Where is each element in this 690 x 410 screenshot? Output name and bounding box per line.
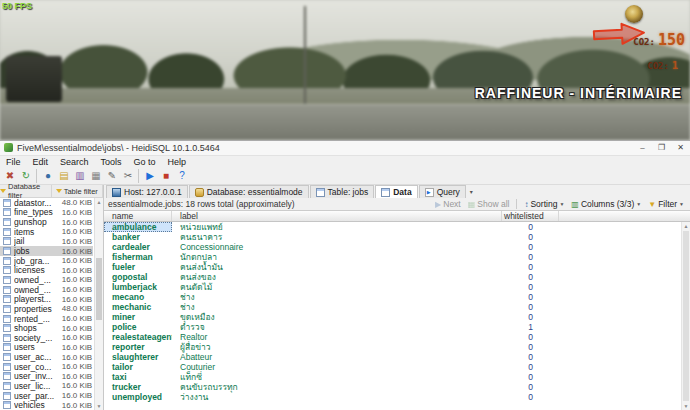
- cell-whitelisted[interactable]: 0: [502, 342, 559, 352]
- close-button[interactable]: ✕: [671, 141, 690, 155]
- scrollbar-thumb[interactable]: [683, 231, 689, 401]
- table-list-item[interactable]: jobs 16.0 KiB: [0, 246, 93, 256]
- table-list-item[interactable]: items 16.0 KiB: [0, 227, 93, 237]
- grid-body[interactable]: ambulance หน่วยแพทย์ 0 banker คนธนาคาร 0: [104, 222, 690, 410]
- sorting-button[interactable]: ↕ Sorting ▼: [524, 199, 564, 209]
- table-list-item[interactable]: user_inv... 16.0 KiB: [0, 372, 93, 382]
- column-header[interactable]: whitelisted: [502, 211, 559, 221]
- cell-whitelisted[interactable]: 0: [502, 352, 559, 362]
- table-list-item[interactable]: user_lic... 16.0 KiB: [0, 381, 93, 391]
- cell-name[interactable]: gopostal: [104, 272, 172, 282]
- menu-item[interactable]: Tools: [95, 157, 128, 167]
- cell-whitelisted[interactable]: 0: [502, 362, 559, 372]
- minimize-button[interactable]: –: [633, 141, 652, 155]
- cell-whitelisted[interactable]: 0: [502, 312, 559, 322]
- cell-whitelisted[interactable]: 0: [502, 222, 559, 232]
- table-list-item[interactable]: user_ac... 16.0 KiB: [0, 352, 93, 362]
- table-list-item[interactable]: fine_types 16.0 KiB: [0, 208, 93, 218]
- cell-name[interactable]: banker: [104, 232, 172, 242]
- cell-name[interactable]: police: [104, 322, 172, 332]
- titlebar[interactable]: FiveM\essentialmode\jobs\ - HeidiSQL 10.…: [0, 141, 690, 156]
- table-list-item[interactable]: jail 16.0 KiB: [0, 237, 93, 247]
- table-list-item[interactable]: society_... 16.0 KiB: [0, 333, 93, 343]
- scroll-up-icon[interactable]: ▲: [95, 198, 103, 206]
- table-list-item[interactable]: playerst... 16.0 KiB: [0, 294, 93, 304]
- table-list-item[interactable]: properties 48.0 KiB: [0, 304, 93, 314]
- cell-whitelisted[interactable]: 0: [502, 252, 559, 262]
- cell-whitelisted[interactable]: 0: [502, 242, 559, 252]
- table-list-item[interactable]: users 16.0 KiB: [0, 343, 93, 353]
- cell-label[interactable]: Abatteur: [172, 352, 502, 362]
- cell-whitelisted[interactable]: 0: [502, 372, 559, 382]
- cell-label[interactable]: ว่างงาน: [172, 390, 502, 404]
- cell-name[interactable]: mechanic: [104, 302, 172, 312]
- table-list-item[interactable]: user_co... 16.0 KiB: [0, 362, 93, 372]
- edit-icon[interactable]: ✎: [105, 169, 119, 183]
- scroll-down-icon[interactable]: ▼: [682, 402, 690, 410]
- tab[interactable]: Data: [375, 185, 417, 198]
- menu-item[interactable]: Help: [162, 157, 193, 167]
- cell-name[interactable]: lumberjack: [104, 282, 172, 292]
- cell-whitelisted[interactable]: 0: [502, 262, 559, 272]
- cell-name[interactable]: taxi: [104, 372, 172, 382]
- cell-name[interactable]: slaughterer: [104, 352, 172, 362]
- sidebar-scrollbar[interactable]: ▲ ▼: [94, 198, 103, 410]
- cell-whitelisted[interactable]: 0: [502, 392, 559, 402]
- scroll-up-icon[interactable]: ▲: [682, 222, 690, 230]
- cell-name[interactable]: ambulance: [104, 222, 172, 232]
- table-list-item[interactable]: owned_... 16.0 KiB: [0, 275, 93, 285]
- tab[interactable]: Query: [419, 185, 466, 198]
- columns-button[interactable]: ▥ Columns (3/3) ▼: [571, 199, 641, 209]
- grid-scrollbar[interactable]: ▲ ▼: [681, 222, 690, 410]
- export-icon[interactable]: ▥: [73, 169, 87, 183]
- table-row[interactable]: reporter ผู้สื่อข่าว 0: [104, 342, 690, 352]
- database-icon[interactable]: ▤: [57, 169, 71, 183]
- cell-name[interactable]: miner: [104, 312, 172, 322]
- cell-whitelisted[interactable]: 0: [502, 282, 559, 292]
- table-list-item[interactable]: user_par... 16.0 KiB: [0, 391, 93, 401]
- cell-name[interactable]: realestateagent: [104, 332, 172, 342]
- table-list-item[interactable]: vehicles 16.0 KiB: [0, 400, 93, 410]
- filter-tab[interactable]: Database filter: [0, 185, 52, 197]
- table-row[interactable]: unemployed ว่างงาน 0: [104, 392, 690, 402]
- table-list-item[interactable]: licenses 16.0 KiB: [0, 265, 93, 275]
- execute-icon[interactable]: ▶: [143, 169, 157, 183]
- table-list-item[interactable]: rented_... 16.0 KiB: [0, 314, 93, 324]
- cell-whitelisted[interactable]: 0: [502, 292, 559, 302]
- tab-overflow-dropdown-icon[interactable]: ▾: [467, 188, 476, 195]
- cell-whitelisted[interactable]: 1: [502, 322, 559, 332]
- menu-item[interactable]: Go to: [128, 157, 162, 167]
- table-list-item[interactable]: gunshop 16.0 KiB: [0, 217, 93, 227]
- column-header[interactable]: name: [104, 211, 172, 221]
- cell-whitelisted[interactable]: 0: [502, 332, 559, 342]
- cell-whitelisted[interactable]: 0: [502, 382, 559, 392]
- cut-icon[interactable]: ✂: [121, 169, 135, 183]
- menu-item[interactable]: File: [0, 157, 27, 167]
- print-icon[interactable]: ▦: [89, 169, 103, 183]
- tab[interactable]: Database: essentialmode: [189, 185, 309, 198]
- cell-whitelisted[interactable]: 0: [502, 302, 559, 312]
- tab[interactable]: Table: jobs: [310, 185, 375, 198]
- table-row[interactable]: banker คนธนาคาร 0: [104, 232, 690, 242]
- table-row[interactable]: slaughterer Abatteur 0: [104, 352, 690, 362]
- cell-name[interactable]: tailor: [104, 362, 172, 372]
- table-list-item[interactable]: job_gra... 16.0 KiB: [0, 256, 93, 266]
- table-list-item[interactable]: shops 16.0 KiB: [0, 323, 93, 333]
- cell-name[interactable]: mecano: [104, 292, 172, 302]
- table-list-item[interactable]: owned_... 16.0 KiB: [0, 285, 93, 295]
- table-list[interactable]: datastor... 48.0 KiB fine_types 16.0 KiB: [0, 198, 103, 410]
- maximize-button[interactable]: ❐: [652, 141, 671, 155]
- scrollbar-thumb[interactable]: [96, 258, 102, 320]
- cell-name[interactable]: trucker: [104, 382, 172, 392]
- menu-item[interactable]: Search: [54, 157, 95, 167]
- cell-name[interactable]: reporter: [104, 342, 172, 352]
- help-icon[interactable]: ?: [175, 169, 189, 183]
- filter-tab[interactable]: Table filter: [52, 185, 104, 197]
- tab[interactable]: Host: 127.0.0.1: [106, 185, 188, 198]
- table-row[interactable]: police ตำรวจ 1: [104, 322, 690, 332]
- table-list-item[interactable]: datastor... 48.0 KiB: [0, 198, 93, 208]
- next-button[interactable]: ▶ Next ▼: [435, 199, 461, 209]
- menu-item[interactable]: Edit: [27, 157, 55, 167]
- cell-name[interactable]: cardealer: [104, 242, 172, 252]
- cell-whitelisted[interactable]: 0: [502, 272, 559, 282]
